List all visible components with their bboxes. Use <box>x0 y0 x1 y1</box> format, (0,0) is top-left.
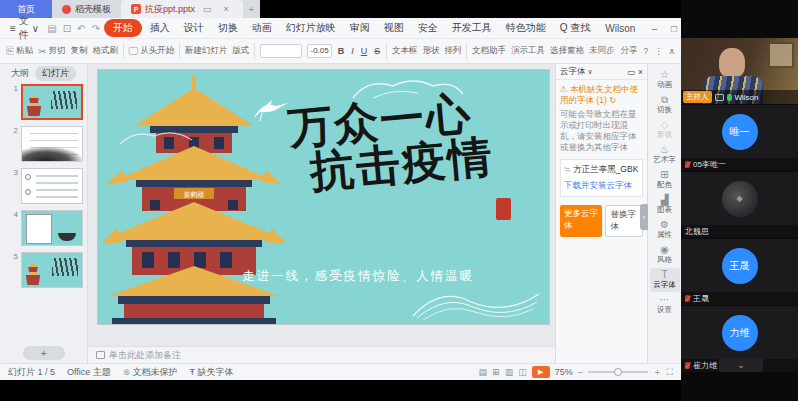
collapse-ribbon-icon[interactable]: ∧ <box>669 46 675 56</box>
participant-tile[interactable]: 唯一 <box>681 105 798 158</box>
more-cloud-fonts-button[interactable]: 更多云字体 <box>560 205 602 237</box>
play-from-start-button[interactable]: 🖵从头开始 <box>129 45 175 57</box>
menu-tab-insert[interactable]: 插入 <box>144 19 176 37</box>
participant-tile[interactable]: 王晟 <box>681 239 798 292</box>
format-painter-button[interactable]: 格式刷 <box>92 45 118 57</box>
rail-transition[interactable]: ⧉切换 <box>650 93 680 117</box>
slide-sorter-icon[interactable]: ⊞ <box>492 367 500 377</box>
refresh-icon[interactable]: ↻ <box>609 95 616 105</box>
comment-icon[interactable]: ▭ <box>199 4 216 14</box>
strikethrough-button[interactable]: S <box>373 46 381 56</box>
rail-settings[interactable]: ⋯设置 <box>650 293 680 317</box>
host-video-tile[interactable]: 主持人 Wilson <box>681 38 798 104</box>
shapes-button[interactable]: 形状 <box>422 45 439 57</box>
zoom-slider-knob[interactable] <box>614 368 622 376</box>
search-button[interactable]: Q 查找 <box>554 19 597 37</box>
tab-outline[interactable]: 大纲 <box>11 67 29 80</box>
reading-view-icon[interactable]: ▥ <box>505 367 514 377</box>
sync-status[interactable]: 未同步 <box>589 45 615 57</box>
zoom-slider[interactable] <box>588 371 648 373</box>
slideshow-play-button[interactable]: ▶ <box>532 366 550 378</box>
tab-slides[interactable]: 幻灯片 <box>35 66 76 81</box>
participant-tile[interactable]: 力维 <box>681 306 798 359</box>
font-size-input[interactable]: -0.05 <box>307 44 331 58</box>
slide-thumb-preview[interactable] <box>21 252 83 288</box>
undo-button[interactable]: ↶ <box>75 23 87 34</box>
doc-protection-status[interactable]: ⊙ 文档未保护 <box>123 366 178 379</box>
slide-title[interactable]: 万众一心 抗击疫情 <box>286 89 495 196</box>
minimize-button[interactable]: – <box>645 23 663 34</box>
notes-bar[interactable]: 单击此处添加备注 <box>88 346 555 363</box>
slide-thumb-preview[interactable] <box>21 126 83 162</box>
doc-assistant-button[interactable]: 文档助手 <box>472 45 506 57</box>
menu-tab-security[interactable]: 安全 <box>412 19 444 37</box>
fit-screen-icon[interactable]: ⛶ <box>667 367 673 378</box>
zoom-out-icon[interactable]: – <box>578 367 583 377</box>
zoom-in-icon[interactable]: ＋ <box>653 366 662 379</box>
normal-view-icon[interactable]: ▤ <box>479 367 488 377</box>
rail-properties[interactable]: ⚙属性 <box>650 218 680 242</box>
menu-tab-design[interactable]: 设计 <box>178 19 210 37</box>
slide-thumb-2[interactable]: 2 <box>10 126 83 162</box>
menu-tab-home[interactable]: 开始 <box>104 19 142 37</box>
rail-wordart[interactable]: ♨艺术字 <box>650 143 680 167</box>
help-icon[interactable]: ? <box>644 46 649 56</box>
rail-animation[interactable]: ☆动画 <box>650 68 680 92</box>
rail-chart[interactable]: ▟图表 <box>650 193 680 217</box>
font-name-input[interactable] <box>260 44 302 58</box>
panel-close-icon[interactable]: × <box>638 67 643 77</box>
download-font-link[interactable]: 下载并安装云字体 <box>564 180 639 192</box>
rail-color-scheme[interactable]: ⊞配色 <box>650 168 680 192</box>
more-icon[interactable]: ⋮ <box>654 46 663 56</box>
participant-tile[interactable]: ◆ <box>681 172 798 225</box>
close-tab-icon[interactable]: × <box>220 4 233 14</box>
copy-button[interactable]: 复制 <box>70 45 87 57</box>
print-button[interactable]: ⊡ <box>61 23 73 34</box>
missing-font-item[interactable]: ≒ 方正兰亭黑_GBK 下载并安装云字体 <box>560 159 643 197</box>
menu-tab-animation[interactable]: 动画 <box>246 19 278 37</box>
theme-name[interactable]: Office 主题 <box>67 366 111 379</box>
user-name[interactable]: Wilson <box>605 23 635 34</box>
collapse-list-chevron[interactable]: ⌄ <box>719 358 763 372</box>
paste-button[interactable]: ⎘粘贴 <box>6 45 33 57</box>
cut-button[interactable]: ✂剪切 <box>38 45 65 57</box>
tab-document[interactable]: P 抗疫ppt.pptx ▭ × <box>121 0 243 18</box>
save-button[interactable]: ▤ <box>45 23 58 34</box>
bold-button[interactable]: B <box>337 46 346 56</box>
replace-font-button[interactable]: 替换字体 <box>605 205 643 237</box>
panel-comment-icon[interactable]: ▭ <box>627 67 635 77</box>
file-menu-button[interactable]: ≡ 文件 ∨ <box>6 14 43 42</box>
menu-tab-slideshow[interactable]: 幻灯片放映 <box>280 19 342 37</box>
new-tab-button[interactable]: ＋ <box>243 0 260 18</box>
slide-thumb-preview[interactable] <box>21 168 83 204</box>
rail-style[interactable]: ◉风格 <box>650 243 680 267</box>
slide-thumb-4[interactable]: 4 <box>10 210 83 246</box>
missing-font-status[interactable]: Ŧ 缺失字体 <box>190 366 234 379</box>
rail-cloud-font[interactable]: T云字体 <box>650 268 680 292</box>
underline-button[interactable]: U <box>360 46 369 56</box>
new-slide-button[interactable]: 新建幻灯片 <box>185 45 228 57</box>
textbox-button[interactable]: 文本框 <box>392 45 418 57</box>
collapse-panel-chevron[interactable]: › <box>640 204 648 230</box>
menu-tab-devtools[interactable]: 开发工具 <box>446 19 498 37</box>
present-tools-button[interactable]: 演示工具 <box>511 45 545 57</box>
arrange-button[interactable]: 排列 <box>444 45 461 57</box>
layout-button[interactable]: 版式 <box>232 45 249 57</box>
redo-button[interactable]: ↷ <box>89 23 101 34</box>
menu-tab-review[interactable]: 审阅 <box>344 19 376 37</box>
add-slide-button[interactable]: ＋ <box>23 346 65 360</box>
slide-thumb-1[interactable]: 1 <box>10 84 83 120</box>
slide-canvas[interactable]: 黄鹤楼 <box>88 64 555 346</box>
rail-shapes[interactable]: ◇形状 <box>650 118 680 142</box>
italic-button[interactable]: I <box>350 46 355 56</box>
current-slide[interactable]: 黄鹤楼 <box>98 70 549 324</box>
selection-pane-button[interactable]: 选择窗格 <box>550 45 584 57</box>
tab-docer[interactable]: 稻壳模板 <box>52 0 121 18</box>
menu-tab-view[interactable]: 视图 <box>378 19 410 37</box>
panel-dropdown-icon[interactable]: ∨ <box>588 68 593 76</box>
menu-tab-transition[interactable]: 切换 <box>212 19 244 37</box>
menu-tab-features[interactable]: 特色功能 <box>500 19 552 37</box>
slide-thumb-preview[interactable] <box>21 210 83 246</box>
share-button[interactable]: 分享 <box>621 45 638 57</box>
slide-thumb-3[interactable]: 3 <box>10 168 83 204</box>
